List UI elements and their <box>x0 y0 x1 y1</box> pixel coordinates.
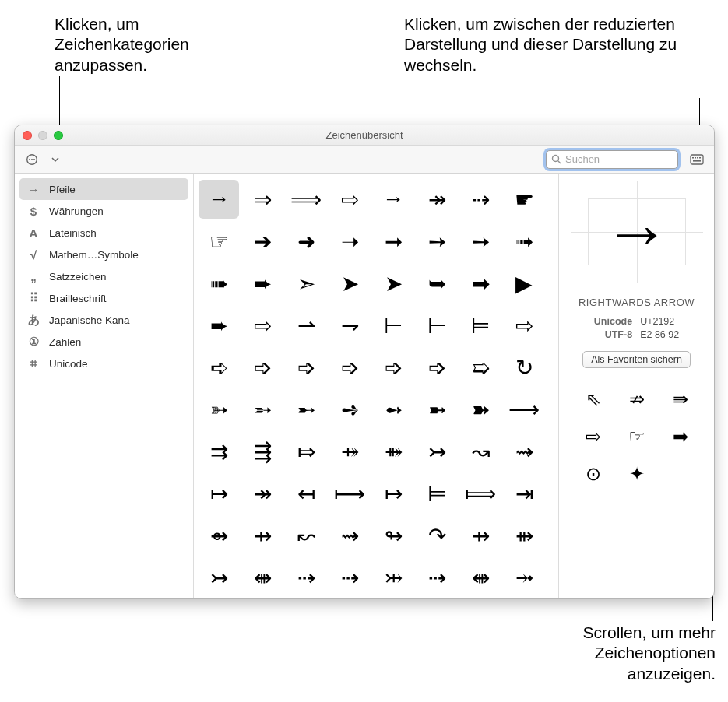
char-cell[interactable]: → <box>199 180 239 219</box>
char-cell[interactable]: ⤁ <box>373 432 413 471</box>
char-cell[interactable]: ↠ <box>417 180 457 219</box>
char-cell[interactable]: ⇼ <box>242 558 283 597</box>
categories-settings-button[interactable] <box>23 151 41 168</box>
char-cell[interactable]: ⤔ <box>373 558 413 597</box>
char-cell[interactable]: ⇨ <box>242 306 283 345</box>
sidebar-item-2[interactable]: ALateinisch <box>15 222 193 244</box>
search-input[interactable] <box>565 153 673 165</box>
char-cell[interactable]: ⤇ <box>286 432 326 471</box>
char-cell[interactable]: ⤀ <box>329 432 370 471</box>
variant-cell[interactable]: ⇖ <box>573 382 614 416</box>
sidebar-item-1[interactable]: $Währungen <box>15 200 193 222</box>
char-cell[interactable]: ➔ <box>242 222 283 261</box>
char-cell[interactable]: ➨ <box>242 264 283 303</box>
variant-cell[interactable]: ✦ <box>617 457 657 491</box>
char-cell[interactable]: ↣ <box>199 558 239 597</box>
char-cell[interactable]: ⊨ <box>417 474 457 513</box>
char-cell[interactable]: ⇢ <box>329 558 370 597</box>
char-cell[interactable]: ⇻ <box>504 516 544 555</box>
char-cell[interactable]: ⇝ <box>504 432 544 471</box>
sidebar-item-3[interactable]: √Mathem…Symbole <box>15 244 193 265</box>
char-cell[interactable]: → <box>373 180 413 219</box>
char-cell[interactable]: ⤞ <box>504 558 544 597</box>
char-cell[interactable]: ⇸ <box>242 516 283 555</box>
variant-cell[interactable]: ⊙ <box>573 457 614 491</box>
char-cell[interactable]: ↷ <box>417 516 457 555</box>
sidebar-item-6[interactable]: あJapanische Kana <box>15 309 193 331</box>
sidebar-item-0[interactable]: →Pfeile <box>19 178 188 200</box>
char-cell[interactable]: ⇥ <box>504 474 544 513</box>
char-cell[interactable]: ➜ <box>286 222 326 261</box>
char-cell[interactable]: ▶ <box>504 264 544 303</box>
char-cell[interactable]: ➤ <box>329 264 370 303</box>
window-close-button[interactable] <box>23 131 32 140</box>
char-cell[interactable]: ⟶ <box>504 390 544 429</box>
window-zoom-button[interactable] <box>54 131 63 140</box>
char-cell[interactable]: ➠ <box>199 264 239 303</box>
sidebar-item-7[interactable]: ①Zahlen <box>15 331 193 353</box>
char-cell[interactable]: ➽ <box>460 390 501 429</box>
variant-cell[interactable]: ⇏ <box>617 382 657 416</box>
char-cell[interactable]: ⇴ <box>199 516 239 555</box>
char-cell[interactable]: ➻ <box>373 390 413 429</box>
window-minimize-button[interactable] <box>38 131 47 140</box>
char-cell[interactable]: ↤ <box>286 474 326 513</box>
sidebar-item-5[interactable]: ⠿Brailleschrift <box>15 287 193 309</box>
char-cell[interactable]: ⇨ <box>329 180 370 219</box>
font-variants-grid[interactable]: ⇖⇏⇛⇨☞➡⊙✦ <box>573 382 701 491</box>
char-cell[interactable]: ⊢ <box>373 306 413 345</box>
char-cell[interactable]: ⇝ <box>329 516 370 555</box>
char-cell[interactable]: ↦ <box>199 474 239 513</box>
char-cell[interactable]: ➤ <box>373 264 413 303</box>
char-cell[interactable]: ➯ <box>460 348 501 387</box>
char-cell[interactable]: ➩ <box>286 348 326 387</box>
char-cell[interactable]: ↝ <box>460 432 501 471</box>
char-cell[interactable]: ➡ <box>460 264 501 303</box>
char-cell[interactable]: ⇢ <box>286 558 326 597</box>
char-cell[interactable]: ➥ <box>417 264 457 303</box>
char-cell[interactable]: ⊨ <box>460 306 501 345</box>
categories-dropdown-button[interactable] <box>46 151 65 168</box>
char-cell[interactable]: ↣ <box>417 432 457 471</box>
char-cell[interactable]: ☛ <box>504 180 544 219</box>
char-cell[interactable]: ⟹ <box>286 180 326 219</box>
char-cell[interactable]: ⇼ <box>460 558 501 597</box>
sidebar-item-4[interactable]: „Satzzeichen <box>15 265 193 287</box>
char-cell[interactable]: ➩ <box>329 348 370 387</box>
char-cell[interactable]: ➸ <box>286 390 326 429</box>
char-cell[interactable]: ➵ <box>242 390 283 429</box>
variant-cell[interactable]: ⇛ <box>660 382 701 416</box>
toggle-view-button[interactable] <box>688 151 706 168</box>
char-cell[interactable]: ➞ <box>373 222 413 261</box>
variant-cell[interactable]: ➡ <box>660 419 701 454</box>
char-cell[interactable]: ➩ <box>417 348 457 387</box>
char-cell[interactable]: ➺ <box>329 390 370 429</box>
variant-cell[interactable]: ☞ <box>617 419 657 454</box>
char-cell[interactable]: ☞ <box>199 222 239 261</box>
char-cell[interactable]: ⇢ <box>460 180 501 219</box>
char-cell[interactable]: ➙ <box>460 222 501 261</box>
char-cell[interactable]: ➝ <box>329 222 370 261</box>
char-cell[interactable]: ➣ <box>286 264 326 303</box>
char-cell[interactable]: ➨ <box>199 306 239 345</box>
char-cell[interactable]: ➪ <box>199 348 239 387</box>
char-cell[interactable]: ↜ <box>286 516 326 555</box>
char-cell[interactable]: ⇒ <box>242 180 283 219</box>
char-cell[interactable]: ➩ <box>373 348 413 387</box>
char-cell[interactable]: ➩ <box>242 348 283 387</box>
char-cell[interactable]: ↦ <box>373 474 413 513</box>
search-field[interactable] <box>546 150 678 169</box>
char-cell[interactable]: ➟ <box>504 222 544 261</box>
char-cell[interactable]: ⇸ <box>460 516 501 555</box>
char-cell[interactable]: ⇨ <box>504 306 544 345</box>
add-favorite-button[interactable]: Als Favoriten sichern <box>582 351 691 368</box>
char-cell[interactable]: ➙ <box>417 222 457 261</box>
char-cell[interactable]: ↠ <box>242 474 283 513</box>
char-cell[interactable]: ⇁ <box>329 306 370 345</box>
char-cell[interactable]: ⟼ <box>329 474 370 513</box>
char-cell[interactable]: ⟾ <box>460 474 501 513</box>
variant-cell[interactable]: ⇨ <box>573 419 614 454</box>
char-cell[interactable]: ⇀ <box>286 306 326 345</box>
char-cell[interactable]: ⊢ <box>417 306 457 345</box>
char-cell[interactable]: ⇉ <box>199 432 239 471</box>
